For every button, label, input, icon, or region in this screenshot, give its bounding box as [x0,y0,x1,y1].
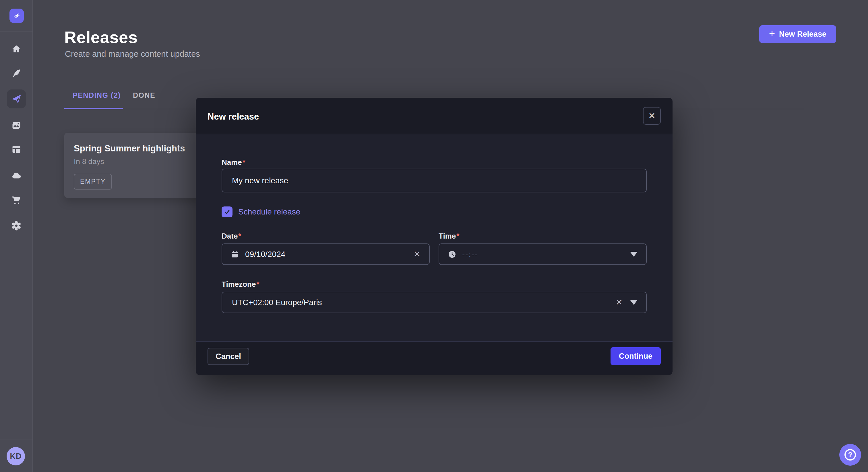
date-value: 09/10/2024 [245,250,285,259]
brand-logo[interactable] [9,9,24,23]
chevron-down-icon [630,300,638,305]
modal-header: New release ✕ [196,98,673,134]
sidebar-item-compose[interactable] [0,68,32,78]
clear-timezone-icon[interactable]: ✕ [616,298,623,307]
sidebar: KD [0,0,33,472]
modal-footer: Cancel Continue [196,341,673,375]
sidebar-item-home[interactable] [0,44,32,54]
plus-icon: + [769,28,775,39]
sidebar-divider [0,32,32,32]
timezone-select[interactable]: UTC+02:00 Europe/Paris ✕ [222,292,647,313]
name-label: Name* [222,158,245,167]
checkbox-checked[interactable] [222,206,232,217]
sidebar-bottom-divider [0,440,32,440]
clear-date-icon[interactable]: ✕ [414,250,421,258]
gear-icon [11,220,22,231]
date-label: Date* [222,232,241,241]
page-title: Releases [64,28,138,47]
chevron-down-icon [630,252,638,257]
required-asterisk: * [238,232,241,240]
continue-button[interactable]: Continue [611,347,661,365]
tab-pending[interactable]: PENDING (2) [73,91,121,100]
new-release-button[interactable]: + New Release [759,25,836,43]
home-icon [11,44,21,54]
cancel-button[interactable]: Cancel [208,348,249,365]
cloud-icon [11,170,22,181]
checkmark-icon [224,208,230,215]
help-icon: ? [844,449,856,461]
required-asterisk: * [243,158,245,167]
sidebar-item-media[interactable] [0,121,32,131]
required-asterisk: * [456,232,459,240]
timezone-value: UTC+02:00 Europe/Paris [232,298,322,307]
cart-icon [11,195,22,205]
page-subtitle: Create and manage content updates [65,49,200,59]
required-asterisk: * [256,280,259,289]
time-placeholder: --:-- [462,250,478,259]
schedule-release-checkbox-row[interactable]: Schedule release [222,206,300,217]
app-window: KD Releases Create and manage content up… [0,0,868,472]
timezone-label: Timezone* [222,280,259,289]
modal-title: New release [208,111,259,122]
time-label: Time* [439,232,459,241]
calendar-icon [231,250,239,258]
release-card-due: In 8 days [74,157,104,166]
time-select[interactable]: --:-- [439,243,647,265]
date-picker[interactable]: 09/10/2024 ✕ [222,243,430,265]
tab-done[interactable]: DONE [133,91,155,100]
layout-icon [11,144,22,155]
feather-icon [11,68,21,78]
new-release-button-label: New Release [779,30,826,39]
brand-logo-icon [12,11,21,20]
clock-icon [448,250,456,259]
help-button[interactable]: ? [839,444,861,466]
name-input[interactable] [222,169,647,193]
sidebar-item-pages[interactable] [0,144,32,155]
release-card-title: Spring Summer highlights [74,143,185,154]
sidebar-item-shop[interactable] [0,195,32,205]
schedule-release-label: Schedule release [238,207,300,216]
images-icon [11,121,22,131]
active-tab-underline [64,108,123,109]
close-button[interactable]: ✕ [643,107,661,125]
sidebar-item-releases-active[interactable] [7,90,26,108]
sidebar-item-storage[interactable] [0,170,32,181]
sidebar-item-settings[interactable] [0,220,32,231]
new-release-modal: New release ✕ Name* Schedule release Dat… [196,98,673,375]
close-icon: ✕ [648,111,655,121]
avatar[interactable]: KD [7,447,25,465]
send-icon [11,94,22,104]
status-badge: EMPTY [74,174,112,190]
